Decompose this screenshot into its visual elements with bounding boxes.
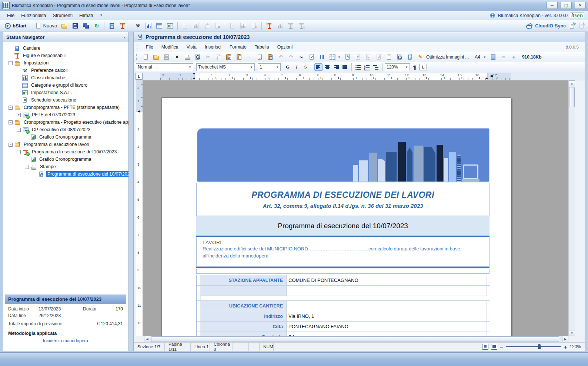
tab-stop-marker[interactable]: L <box>479 76 481 80</box>
nuovo-button[interactable]: Nuovo <box>34 22 59 30</box>
nuovo-programma-button[interactable]: ★ <box>264 22 274 30</box>
table-row-value[interactable]: Via IRNO, 1 <box>287 311 487 321</box>
print-button[interactable] <box>183 53 192 61</box>
right-indent-marker[interactable]: ▲ <box>485 77 488 80</box>
collapse-icon[interactable]: − <box>9 61 13 65</box>
doc-layout-button[interactable] <box>384 53 394 61</box>
align-center-button[interactable] <box>323 63 331 71</box>
minimize-button[interactable]: ─ <box>547 2 558 9</box>
margin-arrow-marker[interactable]: ◀ <box>490 74 493 77</box>
tree-item[interactable]: −Stampe <box>3 163 128 170</box>
italic-button[interactable]: I <box>293 63 301 71</box>
cloud-sync-icon[interactable] <box>525 23 532 29</box>
collapse-icon[interactable]: − <box>17 150 21 154</box>
open-doc-button[interactable] <box>151 53 161 61</box>
multilevel-list-button[interactable] <box>372 63 380 71</box>
cantiere-button[interactable] <box>107 22 117 30</box>
delete-button[interactable]: ✕ <box>172 53 182 61</box>
table-row-value[interactable] <box>287 301 487 311</box>
save-all-button[interactable] <box>81 22 91 30</box>
insert-table-button[interactable]: ▼ <box>328 53 342 61</box>
tab-stop-marker[interactable]: L <box>250 76 252 80</box>
tab-stop-marker[interactable]: L <box>303 76 305 80</box>
columns-button[interactable] <box>317 53 327 61</box>
editor-menu-vista[interactable]: Vista <box>183 43 201 51</box>
collapse-icon[interactable]: − <box>25 165 29 169</box>
collapse-icon[interactable]: − <box>17 128 21 132</box>
tab-stop-marker[interactable]: L <box>497 76 499 80</box>
menu-funzionalit[interactable]: Funzionalità <box>18 12 49 19</box>
tree-item[interactable]: +PFTE del 07/07/2023 <box>3 111 128 119</box>
horizontal-scroll-thumb[interactable] <box>151 336 559 342</box>
menu-filmati[interactable]: Filmati <box>76 12 96 19</box>
save-button[interactable] <box>70 22 80 30</box>
first-line-indent-marker[interactable]: ▼ <box>193 73 196 76</box>
table-row-value[interactable]: SA <box>287 332 487 336</box>
editor-menu-file[interactable]: File <box>142 43 157 51</box>
tab-stop-marker[interactable]: L <box>320 76 323 80</box>
table-row-value[interactable]: COMUNE DI PONTECAGNANO <box>287 275 487 285</box>
tab-stop-marker[interactable]: L <box>426 76 428 80</box>
page-size-select[interactable]: A4▼ <box>472 54 488 60</box>
vruler-margin-marker[interactable]: ◀ <box>138 110 140 113</box>
collapse-icon[interactable]: − <box>9 143 13 147</box>
collapse-icon[interactable]: − <box>9 120 13 124</box>
figure-responsabili-button[interactable] <box>118 22 127 30</box>
tree-item[interactable]: −Cronoprogramma - Progetto esecutivo (st… <box>3 119 128 126</box>
sidebar-splitter[interactable] <box>129 32 133 351</box>
underline-button[interactable]: S <box>301 63 310 71</box>
editor-menu-opzioni[interactable]: Opzioni <box>273 43 297 51</box>
tab-stop-marker[interactable]: L <box>355 76 358 80</box>
tree-item[interactable]: Impostazione S.A.L. <box>3 89 128 96</box>
zoom-out-button[interactable]: − <box>500 344 503 350</box>
section-promote-button[interactable]: ↰ <box>343 53 353 61</box>
editor-menu-tabella[interactable]: Tabella <box>251 43 273 51</box>
tree-item[interactable]: ⚒Preferenze calcoli <box>3 67 128 74</box>
expand-icon[interactable]: + <box>17 113 21 117</box>
tab-stop-marker[interactable]: L <box>444 76 446 80</box>
categorie-gruppi-button[interactable] <box>154 22 164 30</box>
scroll-left-icon[interactable]: ◀ <box>144 336 150 342</box>
doc-sync-icon[interactable]: ↻ <box>578 23 585 29</box>
close-button[interactable]: ✕ <box>575 2 586 9</box>
vertical-scrollbar[interactable]: ▲ ▼ <box>568 80 575 336</box>
table-row-value[interactable] <box>287 286 487 296</box>
paste-special-button[interactable] <box>265 53 275 61</box>
tree-item[interactable]: −Programma di esecuzione del 10/07/2023 <box>3 148 128 156</box>
align-page-button[interactable]: ≡ <box>499 53 508 61</box>
zoom-in-button[interactable]: + <box>564 344 567 350</box>
tree-item[interactable]: Grafico Cronoprogramma <box>3 133 128 141</box>
maximize-button[interactable]: ▢ <box>561 2 572 9</box>
font-size-select[interactable]: 1▼ <box>258 63 281 71</box>
classi-climatiche-button[interactable] <box>144 22 153 30</box>
collapse-sidebar-icon[interactable]: ‹ <box>124 34 126 40</box>
scroll-down-icon[interactable]: ▼ <box>569 330 575 336</box>
tree-item[interactable]: −CP esecutivo del 08/07/2023 <box>3 126 128 133</box>
zoom-slider-handle[interactable] <box>538 344 541 349</box>
editor-menu-formato[interactable]: Formato <box>225 43 251 51</box>
scroll-up-icon[interactable]: ▲ <box>569 80 575 86</box>
paste-word-button[interactable]: W <box>224 53 234 61</box>
paste-button[interactable] <box>234 53 244 61</box>
menu-?[interactable]: ? <box>96 12 106 19</box>
zoom-select[interactable]: 120%▼ <box>385 63 410 71</box>
spellcheck-button[interactable]: ✓ <box>307 53 317 61</box>
tree-item[interactable]: −Programma di esecuzione lavori <box>3 141 128 148</box>
tab-stop-marker[interactable]: L <box>215 76 217 80</box>
page-color-button[interactable] <box>488 53 498 61</box>
horizontal-scrollbar[interactable]: ◀ ▶ <box>134 336 585 342</box>
table-row-value[interactable]: PONTECAGNANO FAIANO <box>287 322 487 332</box>
tree-item[interactable]: −Impostazioni <box>3 59 128 67</box>
tab-stop-marker[interactable]: L <box>391 76 393 80</box>
align-left-button[interactable] <box>314 63 323 71</box>
new-doc-button[interactable] <box>141 53 151 61</box>
refresh-button[interactable]: ↻ <box>92 22 101 30</box>
tab-stop-marker[interactable]: L <box>267 76 270 80</box>
zoom-slider[interactable] <box>506 346 561 347</box>
outline-button[interactable] <box>405 53 415 61</box>
zoom-doc-button[interactable] <box>395 53 404 61</box>
tab-stop-marker[interactable]: L <box>373 76 375 80</box>
ruler-corner-button[interactable]: L <box>136 73 143 80</box>
bstart-button[interactable]: ▶bStart <box>3 22 28 30</box>
preferenze-calcoli-button[interactable]: ⚒ <box>133 22 143 30</box>
